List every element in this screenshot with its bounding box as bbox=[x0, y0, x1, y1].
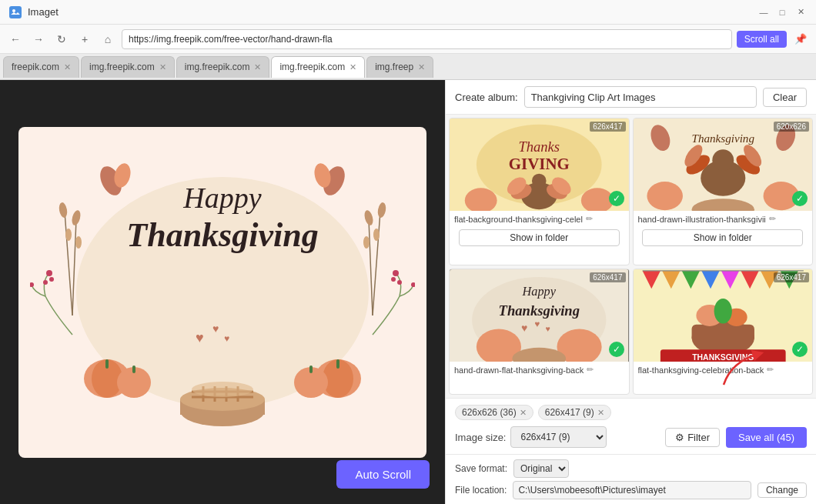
image-thumb-1: Thanks GIVING bbox=[450, 118, 629, 211]
scroll-all-button[interactable]: Scroll all bbox=[737, 31, 787, 48]
tab-close-icon[interactable]: ✕ bbox=[159, 62, 166, 72]
tab-freepik-4[interactable]: img.freepik.com ✕ bbox=[271, 56, 365, 78]
svg-text:Thanksgiving: Thanksgiving bbox=[499, 302, 580, 319]
edit-icon-2[interactable]: ✏ bbox=[769, 214, 776, 224]
size-tag-2: 626x417 (9) ✕ bbox=[538, 405, 611, 420]
image-cell-3[interactable]: Happy Thanksgiving ♥ ♥ ♥ bbox=[449, 269, 630, 395]
svg-point-61 bbox=[712, 149, 734, 171]
image-cell-2[interactable]: Thanksgiving bbox=[633, 118, 814, 265]
svg-rect-92 bbox=[691, 325, 754, 342]
pumpkin-left-group bbox=[80, 340, 157, 404]
filter-button[interactable]: ⚙ Filter bbox=[665, 428, 720, 447]
auto-scroll-button[interactable]: Auto Scroll bbox=[336, 460, 430, 489]
app-icon bbox=[9, 6, 22, 18]
show-folder-button-1[interactable]: Show in folder bbox=[459, 229, 620, 246]
save-format-select[interactable]: Original JPG PNG WebP bbox=[513, 459, 569, 478]
size-tag-close-2[interactable]: ✕ bbox=[597, 408, 604, 418]
tab-freepik-5[interactable]: img.freep ✕ bbox=[366, 56, 433, 78]
image-size-select[interactable]: 626x417 (9) 626x626 (36) All sizes bbox=[510, 426, 607, 448]
file-location-label: File location: bbox=[455, 485, 507, 496]
save-format-label: Save format: bbox=[455, 463, 507, 474]
svg-text:THANKSGIVING: THANKSGIVING bbox=[692, 353, 754, 362]
new-tab-button[interactable]: + bbox=[75, 30, 94, 48]
home-button[interactable]: ⌂ bbox=[99, 30, 117, 48]
filter-bar: 626x626 (36) ✕ 626x417 (9) ✕ Image size:… bbox=[446, 398, 816, 454]
app-title: Imaget bbox=[28, 6, 59, 18]
tabs-bar: freepik.com ✕ img.freepik.com ✕ img.free… bbox=[0, 54, 816, 80]
maximize-button[interactable]: □ bbox=[776, 6, 788, 18]
tab-label: img.freep bbox=[375, 62, 413, 72]
svg-point-17 bbox=[363, 236, 370, 249]
clear-button[interactable]: Clear bbox=[763, 88, 807, 107]
refresh-button[interactable]: ↻ bbox=[52, 30, 71, 48]
svg-text:GIVING: GIVING bbox=[509, 155, 570, 173]
svg-text:Happy: Happy bbox=[522, 285, 557, 299]
address-bar: ← → ↻ + ⌂ Scroll all 📌 bbox=[0, 25, 816, 54]
check-badge-3: ✓ bbox=[609, 342, 624, 357]
change-button[interactable]: Change bbox=[757, 482, 807, 498]
berry-branch-left bbox=[30, 265, 84, 345]
title-bar: Imaget — □ ✕ bbox=[0, 0, 816, 25]
tab-freepik-3[interactable]: img.freepik.com ✕ bbox=[176, 56, 270, 78]
album-input[interactable] bbox=[524, 86, 757, 108]
size-tag-close-1[interactable]: ✕ bbox=[520, 408, 527, 418]
heart-icon-tiny: ♥ bbox=[224, 333, 229, 344]
size-tag-label-2: 626x417 (9) bbox=[545, 407, 594, 418]
tab-freepik-2[interactable]: img.freepik.com ✕ bbox=[81, 56, 175, 78]
svg-point-39 bbox=[43, 280, 48, 285]
leaf-decoration bbox=[99, 162, 134, 206]
pumpkin-right-group bbox=[288, 340, 365, 404]
url-bar[interactable] bbox=[122, 29, 732, 49]
minimize-button[interactable]: — bbox=[757, 6, 770, 18]
image-size-badge-3: 626x417 bbox=[590, 272, 625, 282]
save-all-button[interactable]: Save all (45) bbox=[726, 427, 807, 448]
file-location-input[interactable] bbox=[513, 481, 751, 499]
save-info-row: Save format: Original JPG PNG WebP File … bbox=[446, 454, 816, 504]
svg-text:♥: ♥ bbox=[521, 322, 527, 334]
image-name-4: flat-thanksgiving-celebration-back ✏ bbox=[638, 365, 808, 375]
edit-icon-4[interactable]: ✏ bbox=[767, 365, 774, 375]
image-cell-1[interactable]: Thanks GIVING bbox=[449, 118, 630, 265]
edit-icon-1[interactable]: ✏ bbox=[586, 214, 593, 224]
svg-rect-22 bbox=[132, 365, 135, 373]
thanksgiving-illustration: Happy Thanksgiving bbox=[18, 127, 426, 458]
size-tag-1: 626x626 (36) ✕ bbox=[455, 405, 533, 420]
image-size-label: Image size: bbox=[455, 432, 506, 443]
tab-close-icon[interactable]: ✕ bbox=[349, 62, 356, 72]
heart-icon-small: ♥ bbox=[212, 322, 219, 335]
svg-rect-20 bbox=[105, 359, 109, 369]
svg-point-42 bbox=[393, 270, 399, 276]
svg-text:Thanks: Thanks bbox=[518, 139, 560, 155]
title-bar-left: Imaget bbox=[9, 6, 59, 18]
browser-panel: Happy Thanksgiving bbox=[0, 80, 445, 504]
svg-point-40 bbox=[49, 277, 54, 282]
check-badge-2: ✓ bbox=[792, 191, 808, 206]
tab-label: img.freepik.com bbox=[279, 62, 345, 72]
svg-point-67 bbox=[647, 182, 683, 210]
edit-icon-3[interactable]: ✏ bbox=[587, 365, 594, 375]
svg-point-41 bbox=[30, 282, 34, 287]
image-name-1: flat-background-thanksgiving-celel ✏ bbox=[454, 214, 624, 224]
image-cell-4[interactable]: THANKSGIVING 626x417 ✓ flat-thanksgiving… bbox=[633, 269, 814, 395]
svg-point-38 bbox=[46, 270, 52, 276]
tab-freepik-1[interactable]: freepik.com ✕ bbox=[3, 56, 79, 78]
window-controls[interactable]: — □ ✕ bbox=[757, 6, 807, 18]
svg-point-1 bbox=[12, 9, 15, 12]
filter-label: Filter bbox=[687, 432, 710, 443]
back-button[interactable]: ← bbox=[6, 30, 25, 48]
show-folder-button-2[interactable]: Show in folder bbox=[642, 229, 803, 246]
svg-point-14 bbox=[376, 202, 386, 218]
tab-close-icon[interactable]: ✕ bbox=[254, 62, 261, 72]
image-size-badge-2: 620x626 bbox=[774, 122, 809, 132]
svg-text:♥: ♥ bbox=[545, 325, 550, 333]
check-badge-4: ✓ bbox=[792, 342, 808, 357]
forward-button[interactable]: → bbox=[29, 30, 48, 48]
close-button[interactable]: ✕ bbox=[794, 6, 807, 18]
tab-close-icon[interactable]: ✕ bbox=[64, 62, 71, 72]
image-thumb-2: Thanksgiving bbox=[634, 118, 813, 211]
image-info-1: flat-background-thanksgiving-celel ✏ bbox=[450, 211, 629, 227]
image-thumb-3: Happy Thanksgiving ♥ ♥ ♥ bbox=[450, 269, 629, 362]
pin-icon[interactable]: 📌 bbox=[791, 30, 810, 48]
tab-label: freepik.com bbox=[12, 62, 59, 72]
tab-close-icon[interactable]: ✕ bbox=[418, 62, 425, 72]
